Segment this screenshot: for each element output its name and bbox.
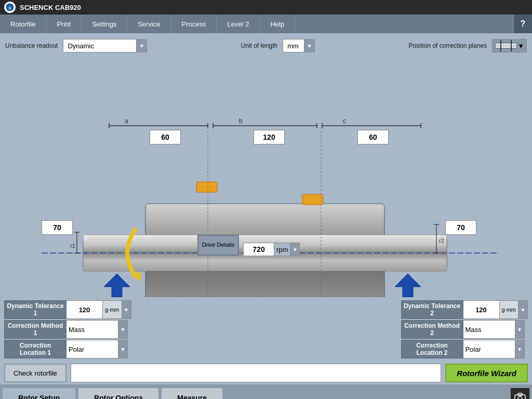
menu-settings[interactable]: Settings: [82, 15, 127, 33]
help-button[interactable]: ?: [513, 15, 532, 33]
unit-length-label: Unit of length: [241, 42, 278, 49]
dynamic-tolerance-2-input[interactable]: [463, 300, 500, 319]
dynamic-tolerance-1-arrow[interactable]: ▼: [122, 300, 131, 319]
tab-rotor-options[interactable]: Rotor Options: [78, 388, 159, 399]
dynamic-tolerance-2-unit: g·mm: [500, 300, 519, 319]
diagram-area: a b c: [0, 58, 532, 297]
rotorfile-wizard-button[interactable]: Rotorfile Wizard: [445, 364, 528, 382]
correction-method-1-select[interactable]: Mass: [66, 320, 118, 339]
svg-rect-43: [518, 393, 522, 395]
app-title: SCHENCK CAB920: [20, 4, 81, 11]
rotor-diagram: a b c: [0, 58, 532, 297]
r2-container: 70: [445, 220, 476, 235]
correction-location-1-select[interactable]: Polar: [66, 340, 118, 358]
correction-method-2-label: Correction Method 2: [401, 320, 463, 339]
pos-correction-label: Position of correction planes: [408, 42, 487, 49]
svg-text:a: a: [125, 117, 128, 125]
correction-location-2-select[interactable]: Polar: [463, 340, 515, 358]
svg-text:b: b: [239, 117, 243, 125]
menu-process[interactable]: Process: [171, 15, 217, 33]
menu-service[interactable]: Service: [127, 15, 171, 33]
unit-length-dropdown-arrow[interactable]: ▼: [304, 39, 314, 52]
r2-input[interactable]: 70: [445, 220, 476, 235]
drive-details-button[interactable]: Drive Details: [197, 235, 239, 256]
dynamic-tolerance-2-row: Dynamic Tolerance 2 g·mm ▼: [401, 300, 528, 319]
correction-method-2-arrow[interactable]: ▼: [515, 320, 525, 339]
svg-rect-25: [302, 194, 323, 205]
dynamic-tolerance-1-row: Dynamic Tolerance 1 g·mm ▼: [4, 300, 131, 319]
correction-method-1-arrow[interactable]: ▼: [118, 320, 128, 339]
correction-method-1-label: Correction Method 1: [4, 320, 66, 339]
pos-correction-dropdown-arrow[interactable]: ▼: [517, 42, 524, 50]
correction-method-2-row: Correction Method 2 Mass ▼: [401, 320, 528, 339]
app-logo: S: [4, 2, 16, 13]
correction-location-1-arrow[interactable]: ▼: [118, 340, 128, 358]
r1-input[interactable]: 70: [42, 220, 73, 235]
rpm-unit: rpm: [274, 243, 290, 256]
correction-method-1-row: Correction Method 1 Mass ▼: [4, 320, 131, 339]
bottom-tabs: Rotor Setup Rotor Options Measure: [0, 384, 532, 399]
r1-container: 70: [42, 220, 73, 235]
unit-length-select[interactable]: mm ▼: [283, 39, 315, 52]
svg-marker-26: [104, 274, 130, 297]
correction-location-2-label: Correction Location 2: [401, 340, 463, 358]
unbalance-readout-select[interactable]: Dynamic ▼: [63, 39, 147, 52]
correction-method-2-select[interactable]: Mass: [463, 320, 515, 339]
svg-text:c: c: [343, 117, 346, 125]
correction-location-1-row: Correction Location 1 Polar ▼: [4, 340, 131, 358]
tab-rotor-setup[interactable]: Rotor Setup: [2, 388, 76, 399]
correction-location-1-label: Correction Location 1: [4, 340, 66, 358]
camera-button[interactable]: [510, 388, 530, 399]
dynamic-tolerance-2-label: Dynamic Tolerance 2: [401, 300, 463, 319]
dim-c-input[interactable]: 60: [357, 130, 389, 144]
right-param-group: Dynamic Tolerance 2 g·mm ▼ Correction Me…: [401, 300, 528, 358]
correction-location-2-row: Correction Location 2 Polar ▼: [401, 340, 528, 358]
dynamic-tolerance-2-arrow[interactable]: ▼: [518, 300, 528, 319]
rpm-input[interactable]: [243, 243, 274, 256]
dynamic-tolerance-1-label: Dynamic Tolerance 1: [4, 300, 66, 319]
svg-text:r2: r2: [439, 237, 444, 244]
bottom-params: Dynamic Tolerance 1 g·mm ▼ Correction Me…: [0, 297, 532, 362]
dynamic-tolerance-1-unit: g·mm: [103, 300, 122, 319]
menu-level2[interactable]: Level 2: [217, 15, 260, 33]
rpm-dropdown-arrow[interactable]: ▼: [290, 243, 300, 256]
pos-correction-button[interactable]: ▼: [492, 39, 527, 52]
title-bar: S SCHENCK CAB920: [0, 0, 532, 15]
svg-rect-24: [196, 182, 217, 192]
tab-measure[interactable]: Measure: [161, 388, 223, 399]
svg-text:S: S: [8, 6, 11, 10]
unbalance-readout-label: Unbalance readout: [5, 42, 58, 49]
svg-text:r1: r1: [70, 243, 75, 249]
svg-marker-27: [395, 274, 421, 297]
dim-a-input[interactable]: 60: [150, 130, 181, 144]
status-input[interactable]: [71, 364, 441, 382]
check-rotorfile-button[interactable]: Check rotorfile: [4, 364, 66, 382]
correction-location-2-arrow[interactable]: ▼: [515, 340, 525, 358]
menu-rotorfile[interactable]: Rotorfile: [0, 15, 46, 33]
rpm-container: rpm ▼: [243, 243, 300, 256]
top-controls: Unbalance readout Dynamic ▼ Unit of leng…: [0, 33, 532, 58]
menu-print[interactable]: Print: [46, 15, 82, 33]
left-param-group: Dynamic Tolerance 1 g·mm ▼ Correction Me…: [4, 300, 131, 358]
dynamic-tolerance-1-input[interactable]: [66, 300, 103, 319]
menu-help[interactable]: Help: [260, 15, 295, 33]
menu-bar: Rotorfile Print Settings Service Process…: [0, 15, 532, 33]
svg-point-42: [518, 396, 522, 399]
check-row: Check rotorfile Rotorfile Wizard: [0, 362, 532, 384]
unbalance-dropdown-arrow[interactable]: ▼: [136, 39, 147, 52]
dim-b-input[interactable]: 120: [254, 130, 285, 144]
